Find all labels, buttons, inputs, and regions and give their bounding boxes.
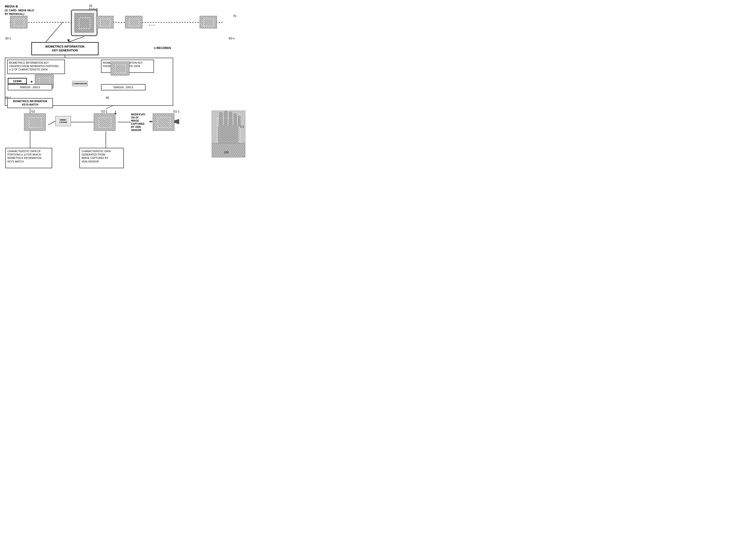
svg-marker-2	[67, 39, 70, 42]
svg-line-3	[46, 22, 63, 42]
media-b-label: MEDIA B (IC CARD: MEDIA HELD BY INDIVIDU…	[5, 4, 34, 16]
vein-img-3	[125, 16, 143, 28]
keys-match-box: BIOMETRICS INFORMATION KEYS MATCH	[7, 98, 53, 108]
dots-label: ...	[149, 22, 156, 27]
hash-box-left: 5068100...20013	[8, 84, 52, 90]
svg-line-17	[48, 121, 55, 125]
svg-rect-31	[219, 112, 223, 127]
svg-line-1	[68, 37, 84, 42]
label-1-1: 1-1	[240, 125, 244, 128]
vein-img-2	[96, 16, 113, 28]
label-66: 66	[106, 96, 109, 99]
hash-box-right: 5068100...20013	[101, 84, 146, 90]
g1-1-vein-img	[153, 113, 174, 131]
svg-rect-32	[224, 111, 228, 128]
verification-box: VERIFI- CATION	[55, 116, 71, 126]
label-g1-1: G1-1	[173, 110, 180, 113]
label-60-1: 60-1	[5, 37, 11, 40]
label-100: 100	[224, 151, 229, 154]
diagram-container: MEDIA B (IC CARD: MEDIA HELD BY INDIVIDU…	[0, 0, 250, 187]
plus-sign: +	[30, 79, 33, 84]
label-70: 70	[233, 15, 236, 18]
id-box: 12345	[8, 78, 27, 84]
svg-rect-33	[229, 112, 232, 127]
bottom-right-box: CHARACTERISTIC DATA GENERATED FROM IMAGE…	[79, 148, 124, 168]
label-60-n: 60-n	[229, 37, 235, 40]
label-20: 20	[89, 4, 92, 8]
svg-rect-34	[234, 113, 237, 127]
g2-vein-img	[24, 113, 46, 131]
ic-card-box	[71, 9, 98, 36]
bkg-box: BIOMETRICS INFORMATION KEY GENERATION	[31, 42, 99, 55]
g2-1-vein-img	[94, 113, 115, 131]
vein-img-60n	[200, 16, 217, 28]
bottom-left-box: CHARACTERISTIC DATA OF PORTIONS α, β FOR…	[5, 148, 52, 168]
vein-img-60-1	[10, 16, 27, 28]
modification-label: MODIFICATI- ON OF IMAGE CAPTURED BY VEIN…	[131, 113, 152, 135]
sensor-image	[212, 143, 245, 157]
vein-img-right-box	[111, 62, 129, 75]
n-records-label: n RECORDS	[154, 46, 171, 50]
label-g2-1: G2-1	[101, 110, 108, 113]
inner-box-left: BIOMETRICS INFORMATION KEY CREATED FROM …	[7, 60, 65, 74]
ic-card-vein-image	[74, 13, 94, 32]
comparison-label: COMPARISON	[72, 81, 88, 86]
label-g2: G2	[31, 110, 35, 113]
